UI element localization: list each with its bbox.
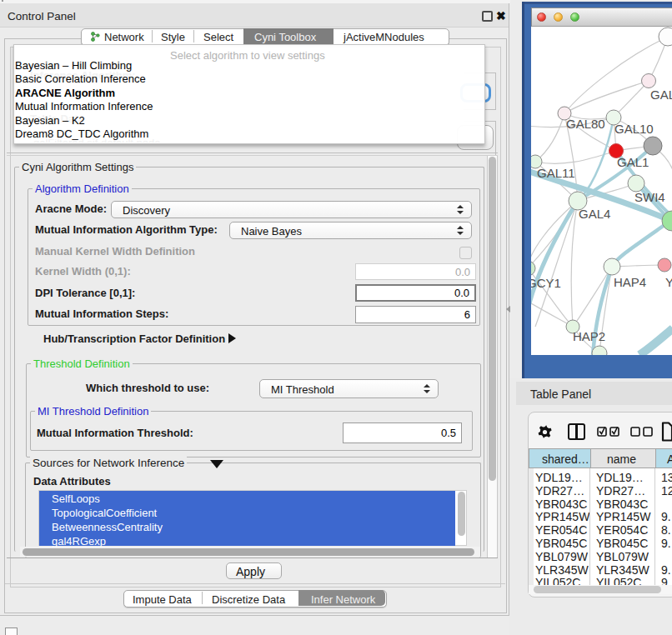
svg-text:HAP4: HAP4 bbox=[614, 275, 646, 289]
svg-text:GAL1: GAL1 bbox=[617, 155, 649, 169]
svg-text:GAL10: GAL10 bbox=[614, 122, 654, 136]
svg-text:GAL11: GAL11 bbox=[537, 166, 575, 180]
svg-text:Y: Y bbox=[665, 275, 672, 289]
svg-text:GCY1: GCY1 bbox=[531, 276, 561, 290]
svg-text:GAL7: GAL7 bbox=[650, 88, 672, 102]
svg-text:GAL4: GAL4 bbox=[579, 207, 610, 221]
svg-text:GAL80: GAL80 bbox=[566, 117, 605, 131]
svg-text:HAP2: HAP2 bbox=[573, 329, 605, 343]
svg-text:SWI4: SWI4 bbox=[634, 190, 665, 204]
